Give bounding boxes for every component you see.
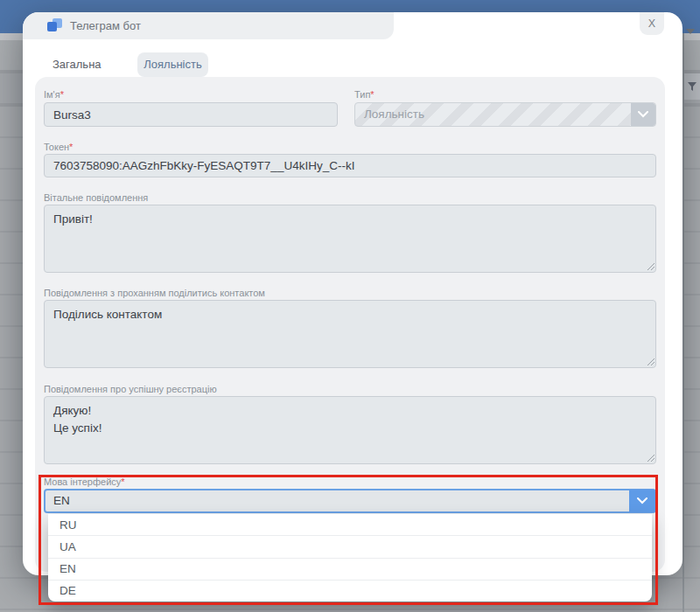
welcome-message-textarea[interactable]: Привіт! [44, 205, 656, 273]
type-label: Тип* [354, 89, 374, 100]
close-button[interactable]: X [640, 12, 664, 35]
telegram-bot-modal: Телеграм бот X Загальна Лояльність Ім'я*… [23, 12, 682, 575]
chevron-down-icon [638, 111, 648, 118]
tab-loyalty[interactable]: Лояльність [137, 52, 208, 77]
type-select-value: Лояльність [364, 103, 424, 126]
sort-triangle-icon [686, 29, 695, 34]
interface-language-select[interactable]: EN [44, 489, 656, 513]
type-select: Лояльність [354, 102, 656, 127]
required-mark: * [121, 476, 124, 487]
tab-general[interactable]: Загальна [40, 52, 133, 78]
welcome-message-label: Вітальне повідомлення [44, 192, 148, 203]
interface-language-label: Мова інтерфейсу* [44, 476, 125, 487]
required-mark: * [370, 89, 374, 100]
language-select-chevron-button[interactable] [629, 490, 655, 512]
copy-icon [47, 18, 63, 34]
name-label: Ім'я* [44, 89, 64, 100]
interface-language-value: EN [53, 490, 70, 511]
share-contact-message-label: Повідомлення з проханням поділитись конт… [44, 288, 265, 298]
language-option-en[interactable]: EN [48, 558, 652, 580]
language-option-ru[interactable]: RU [48, 514, 652, 535]
language-option-de[interactable]: DE [48, 580, 652, 602]
type-select-chevron-button [631, 103, 655, 126]
required-mark: * [60, 89, 64, 100]
language-dropdown: RU UA EN DE [48, 514, 652, 602]
chevron-down-icon [637, 497, 648, 504]
resize-handle-icon[interactable] [647, 454, 655, 462]
form-panel: Ім'я* Тип* Лояльність Токен* Вітальне [35, 77, 665, 572]
app-root: Телеграм бот X Загальна Лояльність Ім'я*… [0, 0, 700, 612]
modal-title: Телеграм бот [70, 12, 141, 39]
resize-handle-icon[interactable] [647, 262, 655, 271]
language-option-ua[interactable]: UA [48, 535, 652, 557]
token-label: Токен* [44, 142, 73, 152]
background-column-divider [682, 33, 684, 612]
token-input[interactable] [44, 154, 656, 177]
resize-handle-icon[interactable] [647, 358, 655, 366]
share-contact-message-textarea[interactable]: Поділись контактом [44, 300, 656, 368]
name-input[interactable] [44, 102, 338, 127]
modal-header: Телеграм бот [23, 12, 394, 39]
filter-icon [687, 81, 697, 92]
required-mark: * [69, 142, 73, 152]
registration-success-message-label: Повідомлення про успішну реєстрацію [44, 384, 217, 394]
registration-success-message-textarea[interactable]: Дякую! Це успіх! [44, 396, 656, 464]
